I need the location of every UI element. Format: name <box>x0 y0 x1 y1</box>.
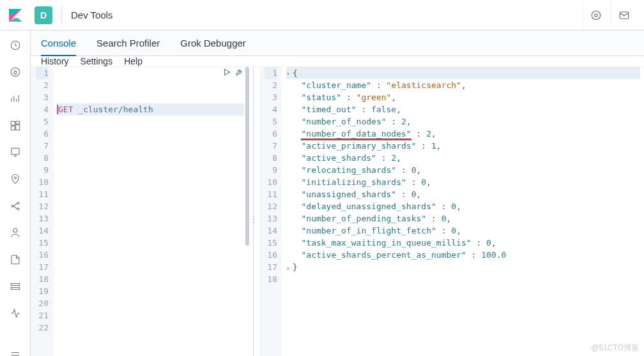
settings-link[interactable]: Settings <box>80 56 113 66</box>
help-icon[interactable] <box>583 3 608 28</box>
svg-point-14 <box>17 202 19 204</box>
nav-canvas-icon[interactable] <box>9 147 22 158</box>
svg-point-13 <box>12 205 13 207</box>
splitter[interactable]: ⋮ <box>248 67 259 356</box>
nav-ml-icon[interactable] <box>9 200 22 212</box>
svg-rect-18 <box>11 288 20 290</box>
nav-visualize-icon[interactable] <box>9 93 22 105</box>
svg-marker-19 <box>225 69 230 75</box>
mail-icon[interactable] <box>611 3 636 28</box>
svg-point-15 <box>17 208 19 210</box>
history-link[interactable]: History <box>41 56 69 66</box>
svg-rect-10 <box>11 126 15 130</box>
svg-point-16 <box>13 228 17 232</box>
response-pane: 123456789101112131415161718 ▾{ "cluster_… <box>259 67 644 356</box>
tab-console[interactable]: Console <box>41 31 76 56</box>
svg-rect-4 <box>620 11 629 19</box>
divider <box>61 6 62 24</box>
request-gutter: 12345678910111213141516171819202122 <box>31 67 54 356</box>
svg-point-3 <box>594 13 597 17</box>
nav-logs-icon[interactable] <box>9 254 22 265</box>
svg-rect-8 <box>15 121 19 124</box>
watermark: @51CTO博客 <box>591 343 639 353</box>
nav-collapse-icon[interactable] <box>9 350 22 356</box>
app-title: Dev Tools <box>71 10 113 20</box>
svg-point-2 <box>592 11 601 20</box>
request-pane[interactable]: 12345678910111213141516171819202122 GET … <box>31 67 248 356</box>
top-bar: D Dev Tools <box>0 0 644 31</box>
nav-infra-icon[interactable] <box>9 227 22 239</box>
nav-maps-icon[interactable] <box>9 174 22 185</box>
app-badge: D <box>34 6 52 24</box>
nav-apm-icon[interactable] <box>9 281 22 292</box>
nav-recent-icon[interactable] <box>9 40 22 51</box>
run-icon[interactable] <box>222 68 231 80</box>
nav-dashboard-icon[interactable] <box>9 120 22 131</box>
svg-point-12 <box>14 177 16 179</box>
tab-bar: Console Search Profiler Grok Debugger <box>31 31 644 56</box>
svg-point-6 <box>11 68 20 77</box>
svg-rect-7 <box>11 121 15 125</box>
response-code[interactable]: ▾{ "cluster_name" : "elasticsearch", "st… <box>282 67 644 356</box>
svg-rect-11 <box>12 148 19 154</box>
svg-rect-9 <box>15 125 19 130</box>
tab-search-profiler[interactable]: Search Profiler <box>96 31 160 56</box>
editor-area: 12345678910111213141516171819202122 GET … <box>31 67 644 356</box>
side-nav <box>0 31 31 356</box>
request-code[interactable]: GET _cluster/health <box>54 67 248 356</box>
tab-grok-debugger[interactable]: Grok Debugger <box>180 31 246 56</box>
sub-bar: History Settings Help <box>31 56 644 67</box>
kibana-logo <box>8 8 23 23</box>
wrench-icon[interactable] <box>235 68 244 80</box>
nav-uptime-icon[interactable] <box>9 308 22 319</box>
help-link[interactable]: Help <box>124 56 142 66</box>
response-gutter: 123456789101112131415161718 <box>259 67 282 356</box>
svg-rect-17 <box>11 284 20 286</box>
nav-discover-icon[interactable] <box>9 66 22 78</box>
